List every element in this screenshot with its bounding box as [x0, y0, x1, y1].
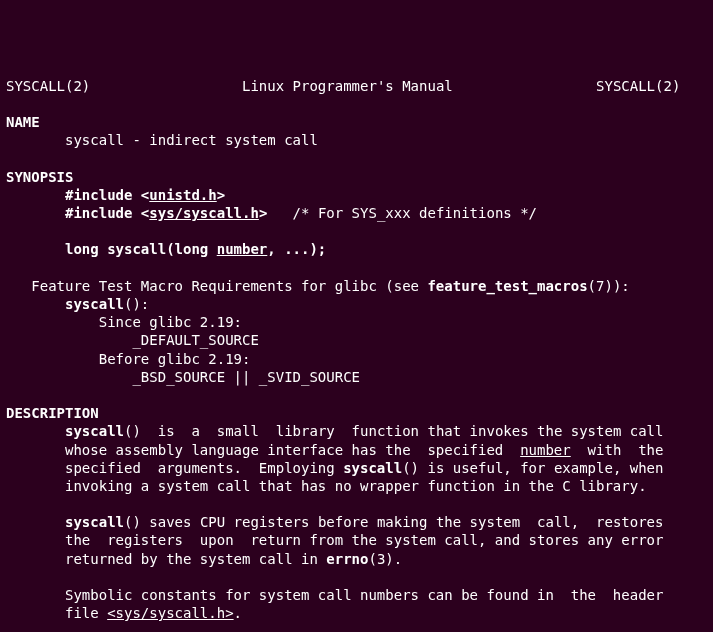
header-left: SYSCALL(2): [6, 78, 90, 94]
desc-line: invoking a system call that has no wrapp…: [6, 478, 647, 494]
section-name-heading: NAME: [6, 114, 40, 130]
ftm-intro: Feature Test Macro Requirements for glib…: [6, 278, 630, 294]
ftm-since: Since glibc 2.19:: [6, 314, 242, 330]
desc-line: syscall() saves CPU registers before mak…: [6, 514, 663, 530]
include-line: #include <sys/syscall.h>: [6, 205, 293, 221]
desc-line: file <sys/syscall.h>.: [6, 605, 242, 621]
ftm-fn: syscall():: [6, 296, 149, 312]
name-body: syscall - indirect system call: [6, 132, 318, 148]
man-page-content: SYSCALL(2) Linux Programmer's Manual SYS…: [6, 77, 707, 632]
section-synopsis-heading: SYNOPSIS: [6, 169, 73, 185]
desc-line: specified arguments. Employing syscall()…: [6, 460, 663, 476]
ftm-before-val: _BSD_SOURCE || _SVID_SOURCE: [6, 369, 360, 385]
include-comment: /* For SYS_xxx definitions */: [293, 205, 537, 221]
desc-line: Symbolic constants for system call numbe…: [6, 587, 663, 603]
include-line: #include <unistd.h>: [6, 187, 225, 203]
desc-line: syscall() is a small library function th…: [6, 423, 663, 439]
desc-line: the registers upon return from the syste…: [6, 532, 663, 548]
desc-line: whose assembly language interface has th…: [6, 442, 663, 458]
ftm-since-val: _DEFAULT_SOURCE: [6, 332, 259, 348]
desc-line: returned by the system call in errno(3).: [6, 551, 402, 567]
section-description-heading: DESCRIPTION: [6, 405, 99, 421]
header-center: Linux Programmer's Manual: [242, 78, 453, 94]
header-right: SYSCALL(2): [596, 78, 680, 94]
ftm-before: Before glibc 2.19:: [6, 351, 250, 367]
prototype: long syscall(long number, ...);: [6, 241, 326, 257]
